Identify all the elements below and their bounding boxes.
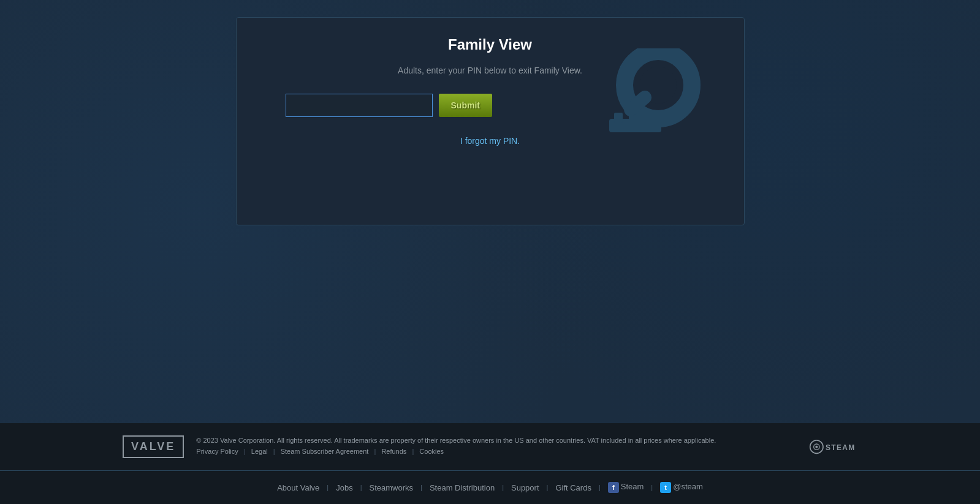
nav-sep-6: | (599, 484, 601, 491)
main-content: Family View Adults, enter your PIN below… (0, 0, 980, 423)
nav-sep-2: | (360, 484, 362, 491)
gift-cards-link[interactable]: Gift Cards (553, 483, 594, 492)
steamworks-link[interactable]: Steamworks (367, 483, 416, 492)
valve-logo: VALVE (123, 435, 184, 458)
nav-sep-1: | (327, 484, 329, 491)
svg-rect-3 (614, 113, 623, 122)
nav-sep-4: | (502, 484, 504, 491)
subscriber-agreement-link[interactable]: Steam Subscriber Agreement (281, 448, 369, 455)
privacy-policy-link[interactable]: Privacy Policy (196, 448, 238, 455)
submit-button[interactable]: Submit (439, 94, 492, 117)
steam-distribution-link[interactable]: Steam Distribution (427, 483, 497, 492)
jobs-link[interactable]: Jobs (333, 483, 355, 492)
footer-top: VALVE © 2023 Valve Corporation. All righ… (0, 423, 980, 471)
footer-left: VALVE © 2023 Valve Corporation. All righ… (123, 435, 808, 458)
about-valve-link[interactable]: About Valve (275, 483, 322, 492)
sep-1: | (244, 448, 248, 455)
sep-3: | (374, 448, 378, 455)
support-link[interactable]: Support (509, 483, 542, 492)
key-icon-area (585, 42, 707, 165)
footer-copyright: © 2023 Valve Corporation. All rights res… (196, 435, 808, 457)
sep-4: | (412, 448, 416, 455)
cookies-link[interactable]: Cookies (419, 448, 444, 455)
copyright-text: © 2023 Valve Corporation. All rights res… (196, 437, 716, 444)
nav-sep-3: | (420, 484, 422, 491)
sep-2: | (273, 448, 277, 455)
svg-text:STEAM: STEAM (826, 443, 856, 452)
footer-inline-links: Privacy Policy | Legal | Steam Subscribe… (196, 448, 444, 455)
steam-twitter-link[interactable]: t@steam (658, 482, 705, 493)
footer-bottom: About Valve | Jobs | Steamworks | Steam … (0, 471, 980, 504)
forgot-pin-link[interactable]: I forgot my PIN. (460, 136, 520, 146)
pin-input[interactable] (286, 94, 433, 117)
refunds-link[interactable]: Refunds (381, 448, 406, 455)
key-icon (591, 48, 701, 159)
footer: VALVE © 2023 Valve Corporation. All righ… (0, 423, 980, 504)
steam-logo-right: STEAM (808, 438, 857, 456)
twitter-icon: t (660, 482, 671, 493)
steam-logo-icon: STEAM (808, 438, 857, 456)
svg-line-5 (631, 97, 645, 110)
family-view-card: Family View Adults, enter your PIN below… (236, 17, 745, 225)
svg-point-8 (815, 445, 818, 448)
steam-facebook-link[interactable]: fSteam (606, 482, 647, 493)
nav-sep-7: | (651, 484, 653, 491)
facebook-icon: f (608, 482, 619, 493)
nav-sep-5: | (547, 484, 549, 491)
legal-link[interactable]: Legal (251, 448, 268, 455)
